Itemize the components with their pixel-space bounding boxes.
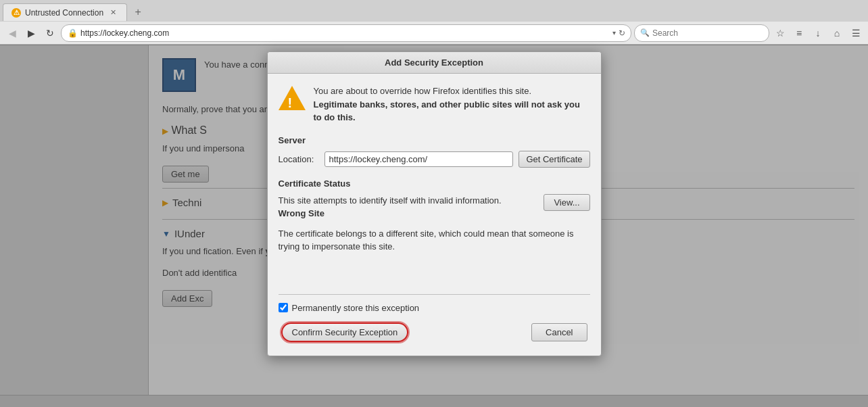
wrong-site-label: Wrong Site: [279, 207, 539, 220]
warning-main-text: You are about to override how Firefox id…: [314, 85, 590, 98]
server-section-label: Server: [279, 135, 590, 145]
search-input[interactable]: [652, 28, 754, 38]
tab-title: Untrusted Connection: [25, 8, 103, 18]
dialog-title: Add Security Exception: [268, 52, 601, 74]
cert-status-row: This site attempts to identify itself wi…: [279, 194, 590, 220]
dialog-overlay: Add Security Exception You are about to …: [0, 45, 868, 407]
cert-status-description: This site attempts to identify itself wi…: [279, 194, 539, 220]
home-button[interactable]: ⌂: [829, 25, 845, 41]
permanently-store-label[interactable]: Permanently store this exception: [292, 303, 420, 313]
warning-bold-text: Legitimate banks, stores, and other publ…: [314, 98, 590, 124]
warning-triangle-icon: [279, 85, 306, 112]
dialog-warning-section: You are about to override how Firefox id…: [279, 85, 590, 124]
cert-invalid-text: This site attempts to identify itself wi…: [279, 194, 539, 208]
search-bar[interactable]: 🔍: [634, 24, 769, 42]
nav-bar: ◀ ▶ ↻ 🔒 ▾ ↻ 🔍 ☆ ≡ ↓ ⌂ ☰: [0, 22, 868, 45]
view-button[interactable]: View...: [544, 194, 589, 211]
reader-view-button[interactable]: ≡: [791, 25, 807, 41]
download-button[interactable]: ↓: [810, 25, 826, 41]
tab-warning-icon: #f0a000 ⚠: [11, 8, 21, 18]
triangle-shape: [279, 86, 306, 110]
location-row: Location: Get Certificate: [279, 151, 590, 168]
url-bar[interactable]: 🔒 ▾ ↻: [61, 24, 631, 42]
permanently-store-row: Permanently store this exception: [279, 303, 590, 313]
reload-button[interactable]: ↻: [42, 25, 58, 41]
search-icon: 🔍: [640, 28, 650, 37]
dialog-separator: [279, 294, 590, 295]
warning-text-block: You are about to override how Firefox id…: [314, 85, 590, 124]
url-dropdown-icon[interactable]: ▾: [612, 29, 616, 37]
add-security-exception-dialog: Add Security Exception You are about to …: [267, 51, 602, 356]
bookmark-star-button[interactable]: ☆: [772, 25, 788, 41]
permanently-store-checkbox[interactable]: [279, 303, 288, 312]
cert-status-section: Certificate Status This site attempts to…: [279, 178, 590, 254]
cancel-button[interactable]: Cancel: [531, 323, 587, 341]
cert-status-heading: Certificate Status: [279, 178, 590, 189]
active-tab[interactable]: #f0a000 ⚠ Untrusted Connection ✕: [3, 3, 127, 21]
security-lock-icon: 🔒: [67, 28, 78, 39]
forward-button[interactable]: ▶: [23, 25, 39, 41]
back-button[interactable]: ◀: [4, 25, 20, 41]
tab-close-button[interactable]: ✕: [107, 7, 118, 18]
location-input[interactable]: [324, 151, 514, 167]
url-refresh-icon[interactable]: ↻: [619, 28, 625, 38]
dialog-body: You are about to override how Firefox id…: [268, 74, 601, 356]
tab-bar: #f0a000 ⚠ Untrusted Connection ✕ +: [0, 0, 868, 22]
dialog-footer: Confirm Security Exception Cancel: [279, 322, 590, 345]
url-input[interactable]: [80, 28, 612, 38]
new-tab-button[interactable]: +: [130, 4, 146, 20]
wrong-site-description: The certificate belongs to a different s…: [279, 227, 590, 254]
get-certificate-button[interactable]: Get Certificate: [519, 151, 589, 168]
browser-chrome: #f0a000 ⚠ Untrusted Connection ✕ + ◀ ▶ ↻…: [0, 0, 868, 45]
confirm-security-exception-button[interactable]: Confirm Security Exception: [281, 322, 409, 342]
location-label: Location:: [279, 154, 319, 164]
menu-button[interactable]: ☰: [848, 25, 864, 41]
